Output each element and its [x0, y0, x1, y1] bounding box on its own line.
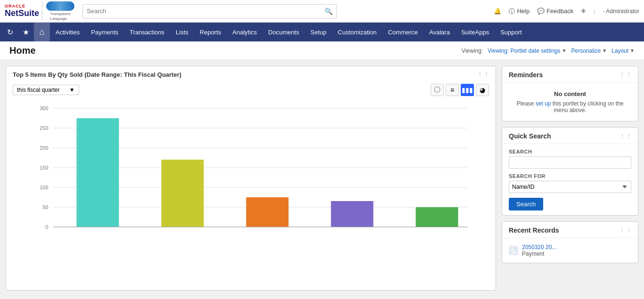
bar-item-c [246, 197, 289, 227]
quick-search-input[interactable] [509, 156, 631, 169]
topbar: ORACLE NetSuite TransparentLanguage 🔍 🔔 … [0, 0, 644, 23]
sidebar-item-transactions[interactable]: Transactions [124, 23, 170, 41]
help-button[interactable]: ⓘ Help [509, 7, 530, 16]
topbar-right: 🔔 ⓘ Help 💬 Feedback ⁜ | - Administrator [494, 7, 639, 16]
reminders-portlet: Reminders ⋮ ⋮ No content Please set up t… [502, 66, 638, 121]
logo-area: ORACLE NetSuite TransparentLanguage [5, 1, 78, 21]
bar-item-b [162, 160, 204, 227]
chart-portlet-title: Top 5 Items By Qty Sold (Date Range: Thi… [13, 71, 181, 78]
quick-search-body: SEARCH SEARCH FOR Name/ID Email Phone Ad… [502, 144, 638, 215]
navbar: ↻ ★ ⌂ Activities Payments Transactions L… [0, 23, 644, 41]
sidebar-item-setup[interactable]: Setup [305, 23, 332, 41]
page-header-right: Viewing: Viewing: Portlet date settings … [462, 48, 635, 54]
recent-records-drag-handle[interactable]: ⋮ ⋮ [620, 227, 631, 234]
quick-search-title: Quick Search [509, 132, 551, 140]
portlet-date-settings-dropdown[interactable]: Viewing: Portlet date settings ▼ [488, 48, 566, 54]
grid-icon: ⁜ [581, 8, 586, 15]
date-filter-dropdown[interactable]: this fiscal quarter ▼ [13, 85, 79, 95]
reminders-body: No content Please set up this portlet by… [502, 83, 638, 121]
nav-menu: Activities Payments Transactions Lists R… [50, 23, 528, 41]
global-search-bar[interactable]: 🔍 [82, 4, 337, 18]
personalize-arrow-icon: ▼ [602, 48, 607, 53]
page-title: Home [9, 45, 36, 56]
bar-item-a [77, 118, 119, 227]
personalize-dropdown[interactable]: Personalize ▼ [571, 48, 607, 54]
page-header: Home Viewing: Viewing: Portlet date sett… [0, 41, 644, 60]
portlet-controls: this fiscal quarter ▼ 〇 ≡ ▮▮▮ ◕ [6, 81, 496, 99]
notifications-button[interactable]: 🔔 [494, 8, 501, 15]
nav-back-button[interactable]: ↻ [2, 24, 18, 40]
search-icon: 🔍 [325, 8, 333, 15]
chart-portlet-drag-handle[interactable]: ⋮ ⋮ [477, 72, 489, 78]
search-input[interactable] [87, 8, 322, 15]
main-content: Top 5 Items By Qty Sold (Date Range: Thi… [0, 60, 644, 296]
layout-arrow-icon: ▼ [630, 48, 635, 53]
svg-text:300: 300 [40, 105, 48, 111]
quick-search-button[interactable]: Search [509, 198, 543, 210]
reminders-drag-handle[interactable]: ⋮ ⋮ [620, 72, 631, 78]
quick-search-portlet-header: Quick Search ⋮ ⋮ [502, 128, 638, 144]
sidebar-item-commerce[interactable]: Commerce [382, 23, 424, 41]
sidebar-item-suiteapps[interactable]: SuiteApps [456, 23, 495, 41]
bar-item-d [331, 201, 374, 227]
feedback-button[interactable]: 💬 Feedback [537, 8, 573, 15]
nav-favorites-button[interactable]: ★ [18, 24, 34, 40]
personalize-label: Personalize [571, 48, 601, 54]
sidebar-item-activities[interactable]: Activities [50, 23, 85, 41]
bar-chart-button[interactable]: ▮▮▮ [461, 84, 474, 96]
record-info: 2050320 20... Payment [522, 244, 556, 257]
svg-text:250: 250 [40, 125, 48, 131]
sidebar-item-lists[interactable]: Lists [170, 23, 194, 41]
transparent-logo-image [46, 1, 74, 11]
search-for-select[interactable]: Name/ID Email Phone Address [509, 181, 631, 193]
bar-chart-svg: 300 250 200 150 100 50 0 [13, 99, 489, 268]
reminders-title: Reminders [509, 71, 543, 79]
record-link[interactable]: 2050320 20... [522, 244, 556, 251]
search-label: SEARCH [509, 149, 631, 154]
sidebar-item-payments[interactable]: Payments [85, 23, 124, 41]
sidebar-item-reports[interactable]: Reports [194, 23, 227, 41]
svg-text:50: 50 [42, 204, 48, 210]
line-chart-button[interactable]: 〇 [431, 84, 444, 96]
sidebar-item-analytics[interactable]: Analytics [227, 23, 262, 41]
netsuite-text: NetSuite [5, 9, 39, 18]
svg-text:200: 200 [40, 145, 48, 151]
recent-records-body: 📄 2050320 20... Payment [502, 238, 638, 263]
pie-chart-button[interactable]: ◕ [476, 84, 489, 96]
sidebar-item-avalara[interactable]: Avalara [424, 23, 456, 41]
chart-type-selector: 〇 ≡ ▮▮▮ ◕ [431, 84, 489, 96]
separator: | [594, 8, 595, 15]
portlet-date-settings-link: Viewing: Portlet date settings [488, 48, 561, 54]
quick-search-drag-handle[interactable]: ⋮ ⋮ [620, 133, 631, 139]
right-sidebar: Reminders ⋮ ⋮ No content Please set up t… [502, 66, 638, 291]
reminders-msg-prefix: Please [517, 100, 534, 107]
help-label: Help [517, 8, 530, 15]
viewing-label: Viewing: [462, 48, 483, 54]
quick-search-portlet: Quick Search ⋮ ⋮ SEARCH SEARCH FOR Name/… [502, 127, 638, 216]
transparent-logo-text: TransparentLanguage [50, 12, 71, 21]
reminders-setup-text: Please set up this portlet by clicking o… [509, 100, 631, 113]
reminders-setup-link[interactable]: set up [536, 100, 551, 107]
reminders-msg-suffix: this portlet by clicking on the menu abo… [553, 100, 624, 113]
sidebar-item-documents[interactable]: Documents [262, 23, 305, 41]
chart-area: 300 250 200 150 100 50 0 [6, 99, 496, 273]
filter-button[interactable]: ≡ [446, 84, 459, 96]
feedback-label: Feedback [546, 8, 573, 15]
nav-home-button[interactable]: ⌂ [34, 23, 50, 41]
sidebar-item-support[interactable]: Support [495, 23, 528, 41]
list-item: 📄 2050320 20... Payment [509, 242, 631, 259]
grid-icon-button[interactable]: ⁜ [581, 8, 586, 15]
date-filter-value: this fiscal quarter [17, 87, 60, 93]
recent-records-portlet-header: Recent Records ⋮ ⋮ [502, 222, 638, 238]
reminders-portlet-header: Reminders ⋮ ⋮ [502, 66, 638, 83]
chart-portlet-header: Top 5 Items By Qty Sold (Date Range: Thi… [6, 66, 496, 81]
date-filter-arrow-icon: ▼ [69, 87, 75, 93]
sidebar-item-customization[interactable]: Customization [332, 23, 382, 41]
record-type: Payment [522, 251, 544, 257]
search-for-label: SEARCH FOR [509, 173, 631, 179]
transparent-language-logo: TransparentLanguage [42, 1, 74, 21]
help-circle-icon: ⓘ [509, 7, 515, 16]
feedback-icon: 💬 [537, 8, 545, 15]
admin-label: - Administrator [603, 8, 639, 15]
layout-dropdown[interactable]: Layout ▼ [611, 48, 635, 54]
